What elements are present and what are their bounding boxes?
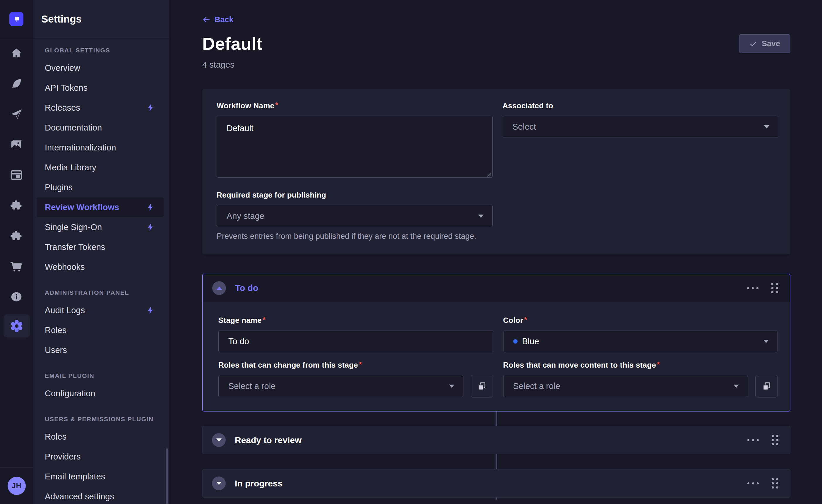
workflow-settings-card: Workflow Name* Default Associated to Se	[202, 89, 790, 255]
stage-options-menu-icon[interactable]	[747, 481, 759, 486]
sidebar-item-api-tokens[interactable]: API Tokens	[37, 78, 164, 98]
expand-toggle-button[interactable]	[212, 433, 226, 447]
sidebar-item-audit-logs[interactable]: Audit Logs	[37, 300, 164, 320]
stage-accordion-in-progress[interactable]: In progress	[202, 469, 790, 498]
duplicate-icon	[477, 381, 487, 391]
sidebar-item-roles[interactable]: Roles	[37, 427, 164, 447]
resize-grip-icon[interactable]	[486, 172, 491, 177]
home-icon[interactable]	[0, 38, 33, 68]
stage-options-menu-icon[interactable]	[747, 437, 759, 443]
drag-handle-icon[interactable]	[771, 477, 780, 490]
sidebar-item-review-workflows[interactable]: Review Workflows	[37, 197, 164, 217]
stage-accordion-todo-header[interactable]: To do	[203, 274, 790, 302]
chevron-down-icon	[764, 125, 769, 128]
roles-from-select[interactable]: Select a role	[219, 375, 463, 397]
stage-accordion-ready-to-review[interactable]: Ready to review	[202, 426, 790, 454]
collapse-toggle-button[interactable]	[212, 281, 226, 295]
required-asterisk: *	[359, 360, 362, 369]
sidebar-item-media-library[interactable]: Media Library	[37, 157, 164, 177]
puzzle-icon-2[interactable]	[0, 221, 33, 251]
sidebar-title: Settings	[41, 13, 82, 25]
stage-color-label: Color*	[503, 316, 778, 325]
sidebar-section: GLOBAL SETTINGSOverviewAPI TokensRelease…	[37, 47, 164, 277]
expand-toggle-button[interactable]	[212, 477, 226, 490]
duplicate-roles-button[interactable]	[755, 375, 778, 398]
feather-icon[interactable]	[0, 68, 33, 99]
stage-accordion-todo: To do Stage name* To do	[202, 274, 790, 412]
stage-accordion-todo-body: Stage name* To do Color* Blue	[203, 302, 790, 411]
sidebar-scrollbar-thumb[interactable]	[166, 448, 168, 504]
chevron-down-icon	[449, 385, 454, 388]
stage-title: In progress	[235, 479, 747, 488]
workflow-name-input[interactable]: Default	[217, 116, 493, 178]
roles-from-label: Roles that can change from this stage*	[219, 361, 493, 370]
save-label: Save	[762, 39, 780, 48]
nav-rail-icons	[0, 38, 33, 312]
sidebar-item-documentation[interactable]: Documentation	[37, 118, 164, 137]
stage-color-select[interactable]: Blue	[503, 330, 778, 352]
roles-to-select[interactable]: Select a role	[503, 375, 748, 397]
stage-title: To do	[235, 283, 747, 293]
settings-active-item[interactable]	[4, 314, 30, 338]
associated-to-label: Associated to	[503, 101, 779, 110]
main-nav-rail: JH	[0, 0, 33, 504]
lightning-icon	[146, 103, 155, 112]
settings-menu: GLOBAL SETTINGSOverviewAPI TokensRelease…	[33, 38, 169, 504]
drag-handle-icon[interactable]	[771, 434, 780, 446]
back-link[interactable]: Back	[202, 15, 234, 24]
paper-plane-icon[interactable]	[0, 99, 33, 129]
sidebar-section-header: ADMINISTRATION PANEL	[37, 289, 164, 296]
sidebar-item-transfer-tokens[interactable]: Transfer Tokens	[37, 237, 164, 257]
gear-icon	[9, 319, 24, 334]
sidebar-item-configuration[interactable]: Configuration	[37, 383, 164, 403]
duplicate-roles-button[interactable]	[471, 375, 493, 398]
required-asterisk: *	[657, 360, 660, 369]
stage-options-menu-icon[interactable]	[747, 286, 759, 291]
sidebar-item-label: Providers	[45, 452, 155, 462]
stage-title: Ready to review	[235, 435, 747, 445]
sidebar-item-webhooks[interactable]: Webhooks	[37, 257, 164, 277]
sidebar-item-advanced-settings[interactable]: Advanced settings	[37, 486, 164, 504]
sidebar-item-single-sign-on[interactable]: Single Sign-On	[37, 217, 164, 237]
layout-icon[interactable]	[0, 160, 33, 190]
sidebar-item-email-templates[interactable]: Email templates	[37, 467, 164, 486]
sidebar-item-providers[interactable]: Providers	[37, 447, 164, 467]
sidebar-item-label: Releases	[45, 103, 146, 113]
duplicate-icon	[762, 381, 772, 391]
stage-name-input[interactable]: To do	[219, 330, 493, 352]
stage-name-value: To do	[228, 337, 484, 346]
required-stage-select[interactable]: Any stage	[217, 205, 493, 227]
lightning-icon	[146, 306, 155, 315]
sidebar-section: ADMINISTRATION PANELAudit LogsRolesUsers	[37, 289, 164, 360]
stage-connector-line	[496, 412, 497, 426]
cart-icon[interactable]	[0, 251, 33, 282]
drag-handle-icon[interactable]	[770, 282, 779, 295]
sidebar-item-label: Roles	[45, 326, 155, 335]
sidebar-item-label: Overview	[45, 63, 155, 73]
stage-count: 4 stages	[202, 60, 790, 70]
sidebar-item-internationalization[interactable]: Internationalization	[37, 137, 164, 157]
associated-to-value: Select	[512, 122, 764, 132]
required-asterisk: *	[524, 315, 527, 324]
sidebar-item-label: Audit Logs	[45, 306, 146, 315]
media-icon[interactable]	[0, 129, 33, 160]
sidebar-item-label: Internationalization	[45, 143, 155, 152]
sidebar-item-plugins[interactable]: Plugins	[37, 177, 164, 197]
chevron-down-icon	[216, 482, 222, 485]
color-swatch	[513, 339, 517, 344]
sidebar-item-overview[interactable]: Overview	[37, 58, 164, 78]
nav-rail-header	[0, 0, 33, 38]
save-button[interactable]: Save	[739, 34, 790, 53]
lightning-icon	[146, 203, 155, 211]
sidebar-item-roles[interactable]: Roles	[37, 320, 164, 340]
required-asterisk: *	[263, 315, 266, 324]
info-icon[interactable]	[0, 282, 33, 312]
sidebar-item-users[interactable]: Users	[37, 340, 164, 360]
associated-to-select[interactable]: Select	[503, 116, 779, 138]
required-stage-hint: Prevents entries from being published if…	[217, 232, 493, 241]
sidebar-item-releases[interactable]: Releases	[37, 98, 164, 118]
strapi-logo[interactable]	[9, 12, 23, 26]
user-avatar[interactable]: JH	[8, 477, 26, 495]
puzzle-icon[interactable]	[0, 190, 33, 221]
stage-name-label: Stage name*	[219, 316, 493, 325]
